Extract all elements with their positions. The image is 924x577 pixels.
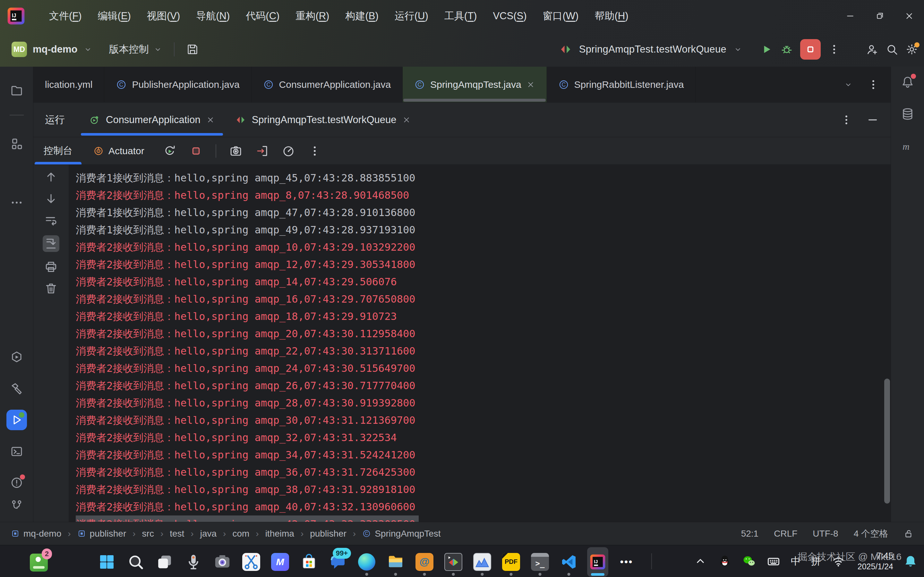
project-toolwindow-button[interactable] [6, 80, 27, 101]
menu-item-文件F[interactable]: 文件(F) [41, 9, 90, 23]
menu-item-工具T[interactable]: 工具(T) [436, 9, 485, 23]
stop-button[interactable] [800, 39, 821, 60]
editor-tab-ConsumerApplication.java[interactable]: CConsumerApplication.java [252, 67, 403, 102]
view-tab-控制台[interactable]: 控制台 [33, 137, 83, 164]
rerun-button[interactable] [163, 144, 176, 158]
notifications-button[interactable] [897, 72, 918, 92]
stop-process-button[interactable] [189, 144, 203, 158]
tab-list-dropdown-icon[interactable] [844, 80, 853, 89]
breadcrumb-SpringAmqpTest[interactable]: CSpringAmqpTest [362, 529, 441, 539]
taskbar-app-microsoft-store[interactable] [298, 547, 320, 577]
taskbar-app-task-view[interactable] [154, 547, 175, 577]
console-scrollbar[interactable] [884, 379, 890, 504]
taskbar-app-edge[interactable] [356, 547, 377, 577]
taskbar-app-notes-book[interactable]: 2 [28, 548, 49, 577]
build-toolwindow-button[interactable] [6, 378, 27, 399]
terminal-toolwindow-button[interactable] [6, 441, 27, 462]
tray-overflow-icon[interactable] [693, 554, 708, 568]
tab-options-icon[interactable] [867, 78, 880, 91]
menu-item-视图V[interactable]: 视图(V) [139, 9, 188, 23]
settings-button[interactable] [905, 43, 918, 56]
editor-tab-PublisherApplication.java[interactable]: CPublisherApplication.java [104, 67, 251, 102]
profiler-button[interactable] [282, 144, 295, 158]
run-toolwindow-button[interactable] [6, 410, 27, 430]
indent-setting[interactable]: 4 个空格 [854, 528, 888, 540]
view-tab-Actuator[interactable]: Actuator [83, 137, 155, 164]
menu-item-构建B[interactable]: 构建(B) [337, 9, 386, 23]
line-separator[interactable]: CRLF [774, 529, 797, 539]
print-console-icon[interactable] [44, 259, 58, 274]
close-tab-icon[interactable] [402, 116, 411, 124]
window-close-button[interactable] [895, 0, 924, 32]
menu-item-窗口W[interactable]: 窗口(W) [535, 9, 587, 23]
save-all-button[interactable] [186, 43, 199, 56]
menu-item-VCSS[interactable]: VCS(S) [485, 10, 535, 22]
scroll-up-icon[interactable] [44, 170, 58, 184]
code-with-me-button[interactable] [866, 43, 879, 56]
file-encoding[interactable]: UTF-8 [813, 529, 838, 539]
git-toolwindow-button[interactable] [6, 495, 27, 516]
taskbar-app-vmware[interactable]: @ [414, 547, 435, 577]
taskbar-app-mobaxterm[interactable] [443, 547, 464, 577]
menu-item-运行U[interactable]: 运行(U) [387, 9, 436, 23]
vcs-widget[interactable]: 版本控制 [109, 43, 162, 56]
thread-dump-button[interactable] [229, 144, 242, 158]
taskbar-app-file-explorer[interactable] [385, 547, 406, 577]
taskbar-app-windows-start[interactable] [96, 547, 118, 577]
structure-toolwindow-button[interactable] [6, 133, 27, 154]
maven-toolwindow-button[interactable]: m [897, 136, 918, 156]
chevron-down-icon[interactable] [733, 45, 742, 54]
breadcrumb-publisher[interactable]: publisher [78, 529, 126, 539]
run-tab-ConsumerApplication[interactable]: ConsumerApplication [79, 103, 225, 137]
soft-wrap-icon[interactable] [44, 213, 58, 227]
search-everywhere-button[interactable] [885, 43, 898, 56]
taskbar-app-camera[interactable] [212, 547, 233, 577]
qq-icon[interactable] [718, 554, 732, 568]
project-widget[interactable]: MD mq-demo [11, 42, 92, 57]
breadcrumb-mq-demo[interactable]: mq-demo [11, 529, 61, 539]
taskbar-app-pdf-reader[interactable]: PDF [501, 547, 522, 577]
more-toolwindows-button[interactable] [6, 192, 27, 213]
editor-tab-SpringAmqpTest.java[interactable]: CSpringAmqpTest.java [403, 67, 546, 102]
menu-item-代码C[interactable]: 代码(C) [238, 9, 288, 23]
window-restore-button[interactable] [865, 0, 895, 32]
scroll-down-icon[interactable] [44, 192, 58, 206]
services-toolwindow-button[interactable] [6, 347, 27, 367]
breadcrumb-test[interactable]: test [170, 529, 184, 539]
menu-item-重构R[interactable]: 重构(R) [288, 9, 337, 23]
taskbar-app-m-app[interactable]: M [270, 547, 291, 577]
breadcrumb-itheima[interactable]: itheima [265, 529, 294, 539]
taskbar-app-system-monitor[interactable] [472, 547, 493, 577]
taskbar-app-chat[interactable]: 99+ [327, 547, 349, 577]
database-toolwindow-button[interactable] [897, 104, 918, 124]
window-minimize-button[interactable] [835, 0, 865, 32]
breadcrumb-java[interactable]: java [200, 529, 216, 539]
run-configuration-selector[interactable]: SpringAmqpTest.testWorkQueue [579, 44, 726, 55]
menu-item-编辑E[interactable]: 编辑(E) [90, 9, 139, 23]
taskbar-app-search[interactable] [125, 547, 146, 577]
close-tab-icon[interactable] [206, 116, 215, 124]
caret-position[interactable]: 52:1 [741, 529, 759, 539]
run-panel-options-icon[interactable] [840, 113, 853, 126]
clear-console-icon[interactable] [44, 282, 58, 295]
touch-keyboard-icon[interactable] [766, 554, 780, 568]
readonly-toggle-icon[interactable] [903, 529, 914, 539]
debug-button[interactable] [780, 43, 793, 56]
problems-toolwindow-button[interactable] [6, 472, 27, 493]
run-tab-SpringAmqpTest.testWorkQueue[interactable]: SpringAmqpTest.testWorkQueue [225, 103, 421, 137]
run-button[interactable] [760, 43, 773, 56]
hide-toolwindow-icon[interactable] [866, 113, 879, 126]
breadcrumb-publisher[interactable]: publisher [310, 529, 347, 539]
menu-item-导航N[interactable]: 导航(N) [188, 9, 238, 23]
console-more-options-button[interactable] [308, 144, 321, 158]
notification-center-icon[interactable] [903, 554, 918, 568]
console-output[interactable]: 消费者1接收到消息：hello,spring amqp_45,07:43:28.… [69, 165, 891, 522]
taskbar-app-snipping-tool[interactable] [241, 547, 262, 577]
exit-button[interactable] [255, 144, 269, 158]
scroll-to-end-toggle[interactable] [43, 235, 59, 252]
editor-tab-SpringRabbitListener.java[interactable]: CSpringRabbitListener.java [547, 67, 696, 102]
taskbar-app-intellij-idea[interactable]: IJ [587, 547, 608, 577]
taskbar-app-vscode[interactable] [558, 547, 580, 577]
taskbar-app-terminal[interactable]: >_ [529, 547, 551, 577]
editor-tab-lication.yml[interactable]: lication.yml [33, 67, 104, 102]
